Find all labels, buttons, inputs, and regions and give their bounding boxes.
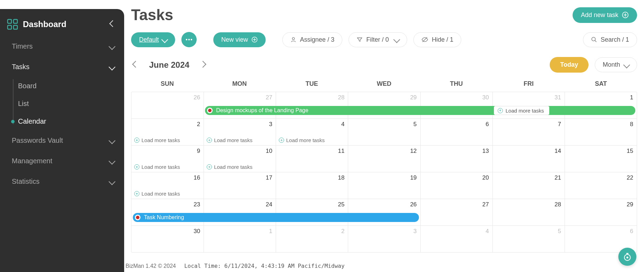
calendar-date: 3 bbox=[413, 228, 417, 235]
chevron-down-icon bbox=[109, 43, 115, 50]
calendar-cell[interactable]: 1 bbox=[204, 226, 276, 252]
sidebar-section-statistics[interactable]: Statistics bbox=[0, 171, 124, 192]
calendar-cell[interactable]: 17 bbox=[204, 172, 276, 199]
svg-rect-0 bbox=[8, 19, 11, 23]
calendar-cell[interactable]: 2 bbox=[276, 226, 348, 252]
load-more-tasks[interactable]: +Load more tasks bbox=[134, 164, 180, 170]
calendar-cell[interactable]: 3+Load more tasks bbox=[204, 119, 276, 145]
page-title: Tasks bbox=[131, 6, 173, 24]
weekday-label: FRI bbox=[492, 80, 565, 88]
calendar-cell[interactable]: 30 bbox=[131, 226, 204, 252]
sidebar-item-label: List bbox=[18, 100, 29, 107]
assignee-pill[interactable]: Assignee / 3 bbox=[282, 32, 342, 47]
view-default-pill[interactable]: Default bbox=[131, 32, 175, 47]
calendar-cell[interactable]: 16+Load more tasks bbox=[131, 172, 204, 199]
plus-circle-icon bbox=[251, 36, 258, 43]
main: Tasks Add new task Default New view bbox=[131, 6, 637, 253]
search-pill[interactable]: Search / 1 bbox=[583, 32, 637, 47]
sidebar-item-calendar[interactable]: Calendar bbox=[18, 113, 124, 130]
calendar-cell[interactable]: 19 bbox=[348, 172, 420, 199]
calendar-row: 2627282930311Design mockups of the Landi… bbox=[131, 92, 637, 118]
calendar-date: 28 bbox=[338, 94, 345, 101]
add-task-button[interactable]: Add new task bbox=[573, 7, 637, 23]
chevron-down-icon bbox=[623, 61, 630, 68]
calendar-date: 28 bbox=[555, 201, 561, 208]
calendar-date: 3 bbox=[269, 121, 272, 128]
today-button[interactable]: Today bbox=[550, 57, 589, 73]
calendar-date: 9 bbox=[197, 148, 200, 155]
calendar-cell[interactable]: 6 bbox=[420, 119, 492, 145]
timer-fab[interactable] bbox=[618, 248, 636, 266]
calendar-cell[interactable]: 13 bbox=[420, 146, 492, 172]
calendar-cell[interactable]: 5 bbox=[492, 226, 565, 252]
view-mode-select[interactable]: Month bbox=[595, 57, 637, 72]
calendar-date: 17 bbox=[266, 174, 272, 181]
filter-pill[interactable]: Filter / 0 bbox=[349, 32, 407, 47]
calendar-cell[interactable]: 5 bbox=[348, 119, 420, 145]
chevron-left-icon bbox=[109, 20, 116, 27]
calendar-event[interactable]: Design mockups of the Landing Page bbox=[205, 106, 635, 115]
load-more-tasks[interactable]: +Load more tasks bbox=[207, 164, 252, 170]
sidebar-section-tasks[interactable]: Tasks bbox=[0, 57, 124, 77]
load-more-tasks[interactable]: +Load more tasks bbox=[134, 191, 180, 197]
calendar-cell[interactable]: 11 bbox=[276, 146, 348, 172]
sidebar-section-label: Tasks bbox=[12, 63, 29, 71]
calendar-date: 19 bbox=[410, 174, 417, 181]
hide-pill[interactable]: Hide / 1 bbox=[413, 32, 461, 47]
svg-line-12 bbox=[595, 40, 596, 42]
load-more-tasks[interactable]: +Load more tasks bbox=[279, 137, 325, 143]
view-more-button[interactable] bbox=[181, 32, 197, 47]
load-more-tasks-floating[interactable]: +Load more tasks bbox=[494, 106, 549, 115]
calendar-cell[interactable]: 20 bbox=[420, 172, 492, 199]
sidebar-section-management[interactable]: Management bbox=[0, 151, 124, 171]
calendar-date: 29 bbox=[627, 201, 633, 208]
new-view-button[interactable]: New view bbox=[213, 32, 266, 47]
calendar-cell[interactable]: 14 bbox=[492, 146, 565, 172]
calendar-date: 18 bbox=[338, 174, 345, 181]
calendar-cell[interactable]: 21 bbox=[492, 172, 565, 199]
calendar-cell[interactable]: 18 bbox=[276, 172, 348, 199]
calendar-cell[interactable]: 4 bbox=[420, 226, 492, 252]
calendar-event[interactable]: Task Numbering bbox=[133, 213, 419, 222]
load-more-tasks[interactable]: +Load more tasks bbox=[134, 137, 180, 143]
sidebar-section-passwords[interactable]: Passwords Vault bbox=[0, 130, 124, 151]
stopwatch-icon bbox=[623, 252, 632, 261]
calendar-cell[interactable]: 27 bbox=[420, 199, 492, 225]
plus-icon: + bbox=[134, 164, 139, 170]
calendar-cell[interactable]: 10+Load more tasks bbox=[204, 146, 276, 172]
svg-point-15 bbox=[626, 256, 628, 258]
calendar-cell[interactable]: 28 bbox=[492, 199, 565, 225]
calendar-cell[interactable]: 29 bbox=[565, 199, 637, 225]
calendar-date: 5 bbox=[558, 228, 561, 235]
calendar-cell[interactable]: 2+Load more tasks bbox=[131, 119, 204, 145]
plus-icon: + bbox=[207, 164, 212, 170]
sidebar-item-board[interactable]: Board bbox=[18, 77, 124, 95]
calendar-date: 4 bbox=[341, 121, 344, 128]
calendar-cell[interactable]: 22 bbox=[565, 172, 637, 199]
sidebar-item-list[interactable]: List bbox=[18, 95, 124, 113]
calendar-date: 6 bbox=[630, 228, 633, 235]
calendar-date: 1 bbox=[630, 94, 633, 101]
calendar-cell[interactable]: 26 bbox=[131, 92, 204, 118]
calendar-cell[interactable]: 4+Load more tasks bbox=[276, 119, 348, 145]
weekday-label: SAT bbox=[565, 80, 637, 88]
calendar-row: 16+Load more tasks171819202122 bbox=[131, 172, 637, 199]
sidebar-collapse-button[interactable] bbox=[110, 21, 115, 27]
svg-rect-1 bbox=[14, 19, 17, 23]
calendar-cell[interactable]: 12 bbox=[348, 146, 420, 172]
calendar-cell[interactable]: 9+Load more tasks bbox=[131, 146, 204, 172]
calendar-date: 5 bbox=[413, 121, 417, 128]
new-view-label: New view bbox=[221, 36, 248, 43]
svg-rect-2 bbox=[8, 25, 11, 29]
load-more-tasks[interactable]: +Load more tasks bbox=[207, 137, 252, 143]
prev-month-button[interactable] bbox=[131, 60, 140, 70]
next-month-button[interactable] bbox=[198, 60, 207, 70]
calendar-cell[interactable]: 7 bbox=[492, 119, 565, 145]
calendar-date: 29 bbox=[410, 94, 417, 101]
calendar-cell[interactable]: 15 bbox=[565, 146, 637, 172]
load-more-label: Load more tasks bbox=[214, 137, 252, 143]
sidebar-section-timers[interactable]: Timers bbox=[0, 36, 124, 57]
calendar-cell[interactable]: 8 bbox=[565, 119, 637, 145]
calendar-cell[interactable]: 3 bbox=[348, 226, 420, 252]
calendar-date: 16 bbox=[194, 174, 200, 181]
